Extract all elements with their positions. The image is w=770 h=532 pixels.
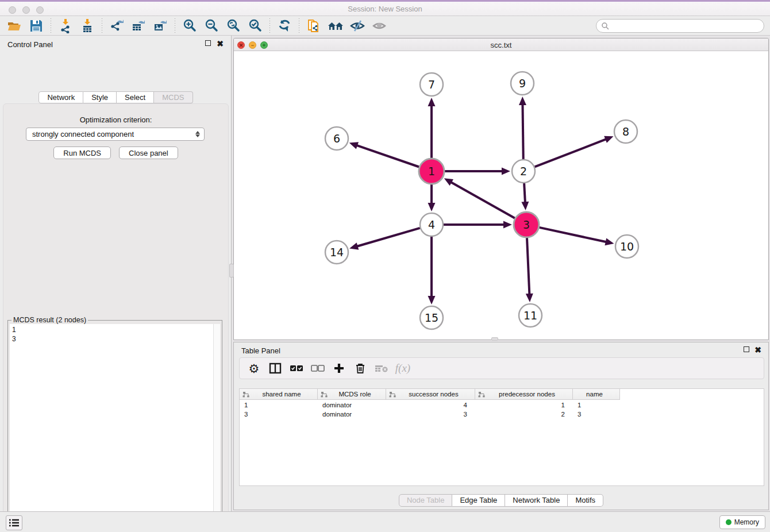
cell-mcds-role[interactable]: dominator (318, 401, 386, 410)
show-hidden-button (368, 17, 390, 34)
graph-edge-2-8[interactable] (535, 139, 607, 167)
cell-successor-nodes[interactable]: 4 (386, 401, 475, 410)
cell-shared-name[interactable]: 1 (240, 401, 318, 410)
graph-edge-1-6[interactable] (356, 145, 419, 167)
cell-name[interactable]: 1 (573, 401, 620, 410)
export-network-button[interactable] (106, 17, 128, 34)
tab-mcds[interactable]: MCDS (154, 91, 192, 103)
graph-edge-4-14[interactable] (356, 228, 420, 246)
import-table-button[interactable] (76, 17, 98, 34)
network-window-titlebar: ✕ − + scc.txt (234, 38, 768, 51)
cell-predecessor-nodes[interactable]: 2 (475, 410, 573, 419)
export-table-icon (131, 18, 146, 33)
graph-node-label: 8 (622, 125, 629, 138)
open-session-button[interactable] (3, 17, 25, 34)
cell-shared-name[interactable]: 3 (240, 410, 318, 419)
add-column-button[interactable] (330, 360, 348, 377)
network-graph[interactable]: 1234678910111415 (234, 51, 768, 340)
import-network-button[interactable] (55, 17, 76, 34)
zoom-fit-button[interactable] (222, 17, 244, 34)
graph-edge-arrowhead (605, 238, 614, 246)
graph-edge-arrowhead (349, 242, 359, 249)
network-canvas[interactable]: 1234678910111415 (234, 51, 768, 340)
memory-button[interactable]: Memory (719, 515, 765, 529)
column-header-name[interactable]: name (573, 389, 620, 399)
tab-node-table[interactable]: Node Table (399, 494, 453, 507)
graph-node-label: 11 (523, 309, 537, 322)
horizontal-splitter-grip[interactable] (491, 337, 498, 341)
zoom-in-button[interactable] (179, 17, 201, 34)
zoom-selected-button[interactable] (244, 17, 266, 34)
refresh-view-button[interactable] (274, 17, 295, 34)
vertical-splitter-grip[interactable] (229, 264, 234, 277)
zoom-out-button[interactable] (201, 17, 222, 34)
select-all-columns-button[interactable] (288, 360, 305, 377)
run-mcds-button[interactable]: Run MCDS (53, 147, 111, 159)
table-settings-button[interactable]: ⚙ (245, 360, 263, 377)
delete-column-button[interactable] (352, 360, 369, 377)
column-header-predecessor-nodes[interactable]: predecessor nodes (475, 389, 573, 399)
close-panel-button[interactable]: Close panel (119, 147, 178, 159)
delete-table-icon (375, 364, 388, 373)
float-table-panel-icon[interactable] (744, 346, 749, 353)
tab-style[interactable]: Style (83, 91, 117, 103)
control-panel-header: Control Panel ✖ (0, 36, 231, 53)
tab-network[interactable]: Network (38, 91, 83, 103)
result-scrollbar[interactable] (213, 324, 220, 532)
attribute-tree-icon (242, 391, 249, 398)
cell-name[interactable]: 3 (573, 410, 620, 419)
unselect-all-columns-button[interactable] (309, 360, 326, 377)
tab-motifs[interactable]: Motifs (568, 494, 603, 507)
graph-edge-arrowhead (428, 203, 436, 211)
zoom-fit-icon (226, 18, 241, 33)
export-network-icon (109, 18, 124, 33)
tab-select[interactable]: Select (117, 91, 154, 103)
graph-node-label: 15 (425, 311, 438, 324)
cell-successor-nodes[interactable]: 3 (386, 410, 475, 419)
open-folder-icon (7, 18, 22, 33)
save-session-button[interactable] (25, 17, 47, 34)
select-stepper-icon (194, 130, 202, 139)
cell-predecessor-nodes[interactable]: 1 (475, 401, 573, 410)
save-disk-icon (29, 19, 43, 33)
attribute-tree-icon (389, 391, 396, 398)
float-panel-icon[interactable] (205, 40, 211, 47)
duplicate-network-button[interactable] (303, 17, 325, 34)
graph-edge-3-1[interactable] (450, 182, 515, 218)
graph-edge-arrowhead (428, 98, 436, 106)
mcds-result-title: MCDS result (2 nodes) (11, 316, 88, 324)
import-table-icon (80, 18, 95, 33)
gear-icon: ⚙ (249, 363, 260, 375)
close-table-panel-icon[interactable]: ✖ (754, 346, 761, 353)
table-row[interactable]: 1 dominator 4 1 1 (240, 401, 620, 410)
checked-boxes-icon (290, 364, 303, 372)
graph-edge-3-10[interactable] (539, 228, 607, 242)
column-header-successor-nodes[interactable]: successor nodes (386, 389, 475, 399)
graph-edge-arrowhead (526, 294, 533, 302)
tab-edge-table[interactable]: Edge Table (452, 494, 505, 507)
attribute-tree-icon (478, 391, 485, 398)
graph-node-label: 7 (428, 78, 435, 91)
graph-edge-3-11[interactable] (527, 238, 529, 295)
home-neighbors-button[interactable] (325, 17, 346, 34)
toolbar-separator (51, 18, 51, 33)
graph-edge-2-3[interactable] (524, 183, 525, 203)
column-header-mcds-role[interactable]: MCDS role (318, 389, 386, 399)
criterion-select[interactable]: strongly connected component (26, 128, 205, 141)
export-table-button[interactable] (128, 17, 149, 34)
export-image-button[interactable] (149, 17, 171, 34)
cell-mcds-role[interactable]: dominator (318, 410, 386, 419)
graph-edge-2-9[interactable] (522, 103, 523, 159)
column-header-shared-name[interactable]: shared name (240, 389, 318, 399)
task-history-button[interactable] (6, 515, 22, 530)
table-row[interactable]: 3 dominator 3 2 3 (240, 410, 620, 419)
search-input[interactable] (611, 20, 764, 32)
mcds-result-text[interactable]: 1 3 (10, 324, 213, 532)
close-panel-icon[interactable]: ✖ (217, 40, 224, 47)
plus-icon (333, 363, 345, 374)
column-layout-button[interactable] (267, 360, 284, 377)
function-builder-button: f(x) (394, 360, 411, 377)
graph-node-label: 6 (333, 132, 340, 145)
hide-selected-button[interactable] (346, 17, 368, 34)
tab-network-table[interactable]: Network Table (505, 494, 568, 507)
